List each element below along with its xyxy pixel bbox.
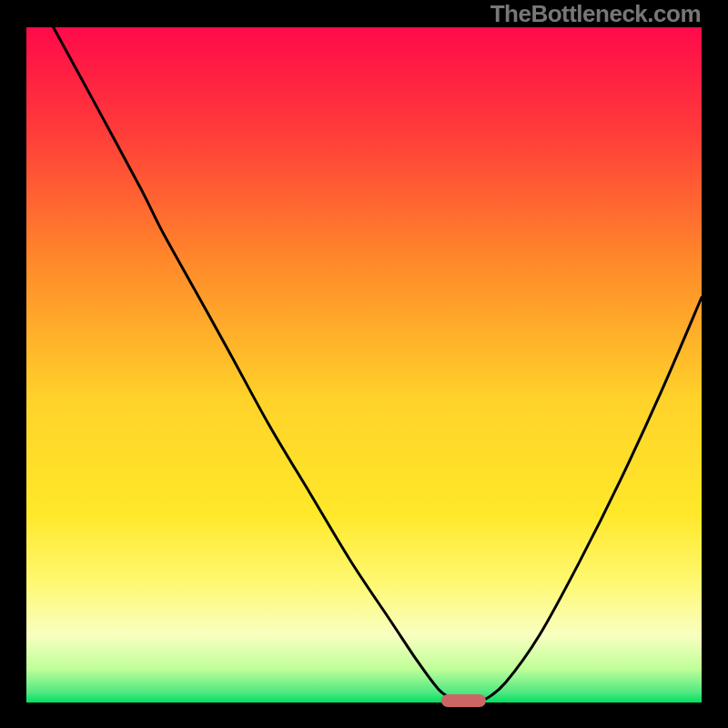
optimum-marker	[441, 694, 485, 707]
curve-layer	[26, 27, 702, 703]
bottleneck-curve	[54, 27, 702, 703]
plot-area	[26, 27, 702, 703]
attribution-text: TheBottleneck.com	[490, 0, 701, 28]
chart-frame: TheBottleneck.com	[0, 0, 728, 728]
